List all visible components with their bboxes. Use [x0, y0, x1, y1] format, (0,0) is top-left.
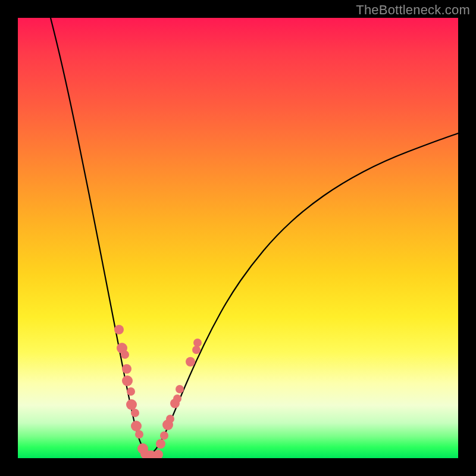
- data-point-dot: [122, 364, 131, 374]
- data-dots-group: [114, 325, 202, 458]
- data-point-dot: [193, 339, 202, 347]
- data-point-dot: [173, 394, 181, 403]
- bottleneck-curve: [48, 18, 458, 454]
- watermark-label: TheBottleneck.com: [356, 2, 470, 18]
- data-point-dot: [131, 409, 139, 417]
- chart-frame: TheBottleneck.com: [0, 0, 476, 476]
- data-point-dot: [114, 325, 124, 334]
- plot-area: [18, 18, 458, 458]
- data-point-dot: [192, 346, 201, 354]
- data-point-dot: [131, 421, 142, 431]
- data-point-dot: [127, 387, 135, 396]
- data-point-dot: [186, 357, 195, 367]
- data-point-dot: [126, 399, 137, 410]
- data-point-dot: [156, 439, 165, 449]
- data-point-dot: [166, 415, 174, 423]
- data-point-dot: [160, 431, 168, 440]
- data-point-dot: [121, 350, 129, 359]
- data-point-dot: [122, 375, 133, 386]
- data-point-dot: [176, 385, 184, 393]
- chart-svg: [18, 18, 458, 458]
- data-point-dot: [135, 430, 143, 439]
